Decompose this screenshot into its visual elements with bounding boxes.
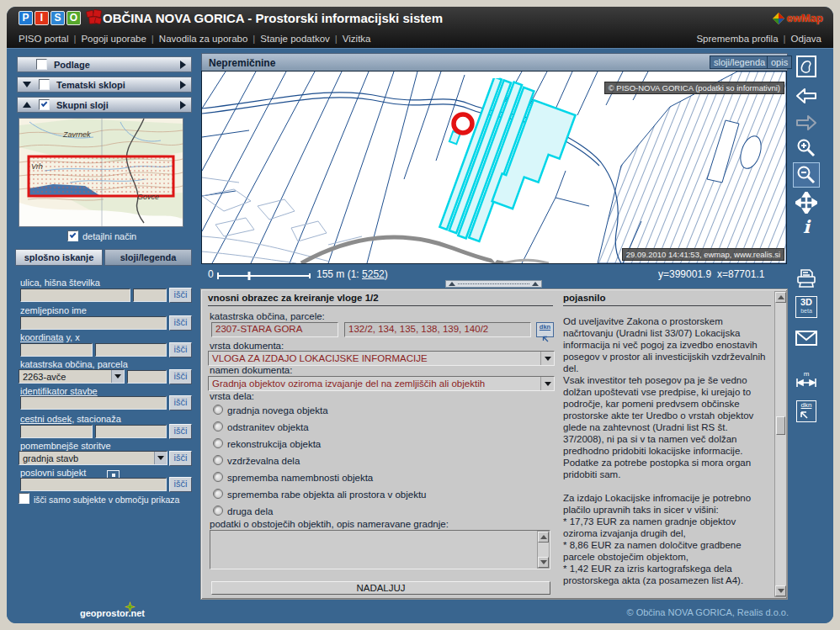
ko-parcele-label: katastrska občina, parcele: [210,311,325,321]
menu-item-stanje-podatkov[interactable]: Stanje podatkov [260,34,329,44]
zoom-in-icon[interactable] [793,135,820,161]
radio-rekonstrukcija[interactable] [213,438,223,448]
scroll-up-icon[interactable] [775,292,786,303]
opis-gradnje-label: podatki o obstoječih objektih, opis name… [210,519,449,529]
katastrska-obcina-value-input[interactable]: 2307-STARA GORA [211,322,338,337]
radio-sprememba-namembnosti[interactable] [213,472,223,482]
top-menu-right: Sprememba profila | Odjava [696,34,821,44]
dkn-tool-icon[interactable]: dkn [793,399,820,424]
radio-druga-dela[interactable] [213,506,223,516]
chevron-right-icon[interactable] [180,101,186,109]
tab-splosno-iskanje[interactable]: splošno iskanje [15,249,103,266]
isci-button-katastrska[interactable]: išči [169,369,192,384]
info-icon[interactable]: i [793,214,820,239]
3d-view-icon[interactable]: 3D beta [793,294,820,320]
menu-item-pogoji-uporabe[interactable]: Pogoji uporabe [81,34,146,44]
isci-button-zemljepisno[interactable]: išči [169,315,192,331]
pan-north-nudge-icon[interactable] [490,72,500,78]
zemljepisno-input[interactable] [20,316,167,330]
storitve-select[interactable]: gradnja stavb [19,451,167,465]
hisna-stevilka-input[interactable] [133,289,167,302]
isci-button-cestni[interactable]: išči [169,424,192,439]
cestni-odsek-link[interactable]: cestni odsek [20,414,72,424]
zoom-out-icon[interactable] [793,162,820,188]
koordinata-x-input[interactable] [95,343,167,357]
piso-logo-letter: I [35,11,49,25]
identifikator-input[interactable] [20,396,167,410]
katastrska-obcina-select[interactable]: 2263-avče [19,369,125,384]
pan-south-nudge-icon[interactable] [490,257,500,262]
podlage-checkbox[interactable] [36,59,47,70]
geoprostor-star-icon [125,601,136,616]
radio-vzdrzevalna[interactable] [213,455,223,465]
field-label-katastrska: katastrska občina, parcela [20,359,128,369]
cursor-coordinate-x: x=87701.1 [717,268,764,280]
bottom-panel: vnosni obrazec za kreiranje vloge 1/2 po… [200,289,788,600]
chevron-down-icon[interactable] [23,82,31,87]
chevron-up-icon[interactable] [23,102,31,108]
radio-label: rekonstrukcija objekta [227,439,321,449]
ulica-input[interactable] [20,289,130,302]
isci-button-koordinata[interactable]: išči [169,342,192,357]
isci-button-ulica[interactable]: išči [169,288,192,303]
textarea-scrollbar[interactable] [537,531,550,569]
forward-arrow-icon[interactable] [793,110,820,135]
opis-gradnje-textarea[interactable] [210,530,550,569]
back-arrow-icon[interactable] [793,83,820,109]
isci-button-storitve[interactable]: išči [169,451,192,466]
accordion-podlage[interactable]: Podlage [17,56,192,72]
scrollbar-thumb[interactable] [776,416,785,435]
menu-item-vizitka[interactable]: Vizitka [343,34,371,44]
radio-sprememba-rabe[interactable] [213,489,223,499]
menu-item-odjava[interactable]: Odjava [791,34,821,44]
cestni-odsek-input[interactable] [20,425,93,438]
print-icon[interactable] [793,266,820,291]
scale-denominator-link[interactable]: 5252 [362,268,385,280]
skupni-sloji-checkbox[interactable] [39,99,50,110]
scroll-down-icon[interactable] [775,585,786,596]
nadaljuj-button[interactable]: NADALJUJ [211,581,550,595]
tab-sloji-legenda[interactable]: sloji/legenda [104,249,192,266]
top-menu: PISO portal | Pogoji uporabe | Navodila … [19,34,370,44]
pan-icon[interactable] [793,190,820,215]
namen-dokumenta-select[interactable]: Gradnja objektov oziroma izvajanje del n… [208,376,555,391]
isci-button-identifikator[interactable]: išči [169,395,192,410]
radio-label: gradnja novega objekta [227,405,328,416]
menu-item-piso-portal[interactable]: PISO portal [19,34,68,44]
parcele-value-input[interactable]: 132/2, 134, 135, 138, 139, 140/2 [344,322,531,337]
dkn-button[interactable]: dkn [536,322,554,337]
menu-item-navodila[interactable]: Navodila za uporabo [159,34,248,44]
parcela-input[interactable] [127,370,167,384]
identifikator-stavbe-link[interactable]: identifikator stavbe [20,386,98,396]
koordinata-link[interactable]: koordinata [20,332,63,342]
poslovni-subjekt-input[interactable] [20,478,167,491]
samo-subjekti-checkbox[interactable] [19,493,29,504]
map-sloji-legenda-button[interactable]: sloji/legenda [710,56,769,69]
vrsta-dokumenta-select[interactable]: VLOGA ZA IZDAJO LOKACIJSKE INFORMACIJE [208,351,555,366]
overview-map[interactable]: Zavrnek Vrh Govce [19,118,183,227]
isci-button-poslovni[interactable]: išči [169,477,192,492]
koordinata-y-input[interactable] [20,343,93,357]
radio-odstranitev[interactable] [213,421,223,431]
scroll-up-icon[interactable] [538,532,549,543]
accordion-skupni-sloji[interactable]: Skupni sloji [17,97,192,113]
measure-icon[interactable]: m [793,368,820,390]
map-canvas[interactable]: © PISO-NOVA GORICA (podatki so informati… [201,71,787,264]
app-root: P I S O OBČINA NOVA GORICA - Prostorski … [0,0,840,630]
chevron-right-icon[interactable] [180,81,186,89]
map-opis-button[interactable]: opis [767,56,792,69]
menu-item-sprememba-profila[interactable]: Sprememba profila [696,34,778,44]
detail-mode-checkbox[interactable] [67,230,78,241]
mail-icon[interactable] [793,326,820,351]
stacionaza-input[interactable] [95,425,167,438]
panel-splitter-handle[interactable] [445,280,542,288]
radio-gradnja-novega[interactable] [213,405,223,415]
full-extent-icon[interactable] [793,54,820,79]
tematski-sklopi-checkbox[interactable] [39,79,50,90]
dropdown-arrow-icon [154,452,167,464]
chevron-right-icon[interactable] [180,61,186,69]
dropdown-arrow-icon [111,370,124,383]
pojasnilo-scrollbar[interactable] [774,291,787,597]
scroll-down-icon[interactable] [538,557,549,568]
accordion-tematski-sklopi[interactable]: Tematski sklopi [17,77,192,93]
